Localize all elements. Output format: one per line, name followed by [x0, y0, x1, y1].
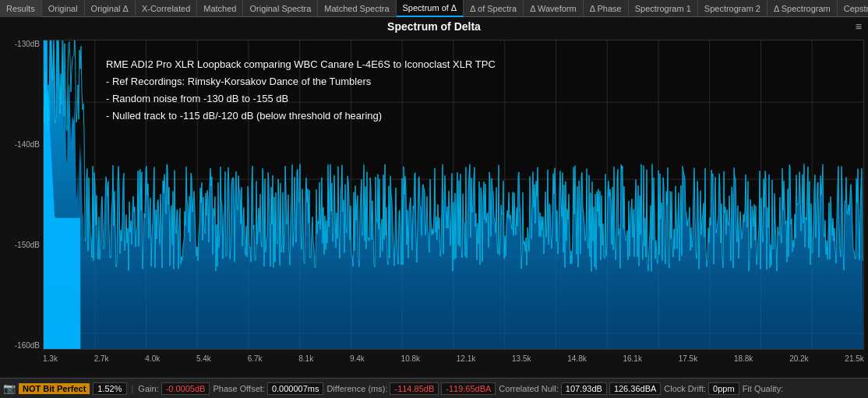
- percent-item: 1.52%: [93, 382, 126, 395]
- tab-delta-waveform[interactable]: Δ Waveform: [524, 0, 584, 17]
- clock-drift-value: 0ppm: [708, 382, 739, 395]
- status-camera-icon[interactable]: 📷: [3, 382, 16, 394]
- y-axis-label: -160dB: [15, 341, 40, 350]
- tab-bar: ResultsOriginalOriginal ΔX-CorrelatedMat…: [0, 0, 868, 17]
- difference-ms-value: -114.85dB: [390, 382, 439, 395]
- x-axis-label: 10.8k: [401, 354, 420, 363]
- x-axis-label: 21.5k: [845, 354, 863, 363]
- y-axis: -130dB-140dB-150dB-160dB: [0, 40, 43, 350]
- gain-label: Gain:: [138, 384, 158, 393]
- tab-x-correlated[interactable]: X-Correlated: [136, 0, 197, 17]
- x-axis-label: 17.5k: [679, 354, 697, 363]
- y-axis-label: -140dB: [15, 140, 40, 149]
- x-axis-label: 13.5k: [512, 354, 531, 363]
- x-axis-label: 6.7k: [248, 354, 263, 363]
- chart-canvas: RME ADI2 Pro XLR Loopback comparing WBC …: [43, 40, 864, 350]
- annotation-line3: - Random noise from -130 dB to -155 dB: [106, 90, 496, 107]
- tab-original[interactable]: Original: [42, 0, 85, 17]
- tab-matched-spectra[interactable]: Matched Spectra: [318, 0, 396, 17]
- main-content: Spectrum of Delta ≡ -130dB-140dB-150dB-1…: [0, 17, 868, 378]
- x-axis-label: 2.7k: [94, 354, 109, 363]
- settings-icon[interactable]: ≡: [856, 20, 862, 33]
- x-axis: 1.3k2.7k4.0k5.4k6.7k8.1k9.4k10.8k12.1k13…: [43, 351, 864, 373]
- x-axis-label: 5.4k: [196, 354, 211, 363]
- tab-matched[interactable]: Matched: [197, 0, 243, 17]
- clock-drift-item: Clock Drift: 0ppm: [664, 382, 739, 395]
- phase-offset-label: Phase Offset:: [213, 384, 264, 393]
- fit-quality-label: Fit Quality:: [743, 384, 784, 393]
- correlated-null-value: 107.93dB: [561, 382, 607, 395]
- x-axis-label: 8.1k: [298, 354, 313, 363]
- x-axis-label: 1.3k: [43, 354, 58, 363]
- x-axis-label: 16.1k: [623, 354, 641, 363]
- y-axis-label: -150dB: [15, 241, 40, 249]
- tab-delta-of-spectra[interactable]: Δ of Spectra: [464, 0, 524, 17]
- percent-value: 1.52%: [93, 382, 126, 395]
- difference-ms-item: Difference (ms): -114.85dB -119.65dBA: [326, 382, 496, 395]
- status-bar: 📷 NOT Bit Perfect 1.52% | Gain: -0.0005d…: [0, 378, 868, 398]
- chart-area: -130dB-140dB-150dB-160dB: [0, 36, 868, 373]
- x-axis-label: 14.8k: [567, 354, 586, 363]
- tab-spectrum-of-delta[interactable]: Spectrum of Δ: [397, 0, 464, 17]
- difference-ms-label: Difference (ms):: [326, 384, 387, 393]
- not-bit-perfect-label: NOT Bit Perfect: [19, 383, 90, 394]
- chart-annotation: RME ADI2 Pro XLR Loopback comparing WBC …: [106, 56, 496, 125]
- x-axis-label: 12.1k: [457, 354, 475, 363]
- x-axis-label: 20.2k: [789, 354, 808, 363]
- x-axis-label: 18.8k: [734, 354, 753, 363]
- chart-title: Spectrum of Delta: [387, 20, 481, 33]
- not-bit-perfect-badge: NOT Bit Perfect: [19, 383, 90, 394]
- correlated-null-label: Correlated Null:: [499, 384, 558, 393]
- phase-offset-item: Phase Offset: 0.000007ms: [213, 382, 323, 395]
- tab-delta-phase[interactable]: Δ Phase: [584, 0, 629, 17]
- correlated-null-item: Correlated Null: 107.93dB 126.36dBA: [499, 382, 661, 395]
- annotation-line2: - Ref Recordings: Rimsky-Korsakov Dance …: [106, 73, 496, 90]
- correlated-null-value2: 126.36dBA: [609, 382, 661, 395]
- gain-value: -0.0005dB: [161, 382, 210, 395]
- x-axis-label: 4.0k: [145, 354, 160, 363]
- tab-cepstrum[interactable]: Cepstrum: [838, 0, 868, 17]
- clock-drift-label: Clock Drift:: [664, 384, 706, 393]
- fit-quality-item: Fit Quality:: [743, 384, 784, 393]
- tab-results[interactable]: Results: [0, 0, 42, 17]
- annotation-line1: RME ADI2 Pro XLR Loopback comparing WBC …: [106, 56, 496, 73]
- annotation-line4: - Nulled track to -115 dB/-120 dB (below…: [106, 107, 496, 125]
- tab-delta-spectrogram[interactable]: Δ Spectrogram: [767, 0, 838, 17]
- chart-title-bar: Spectrum of Delta ≡: [0, 17, 868, 36]
- tab-spectrogram-2[interactable]: Spectrogram 2: [698, 0, 767, 17]
- gain-item: Gain: -0.0005dB: [138, 382, 210, 395]
- phase-offset-value: 0.000007ms: [267, 382, 324, 395]
- tab-original-delta[interactable]: Original Δ: [85, 0, 136, 17]
- tab-spectrogram-1[interactable]: Spectrogram 1: [629, 0, 698, 17]
- y-axis-label: -130dB: [15, 40, 40, 48]
- difference-dba-value: -119.65dBA: [441, 382, 496, 395]
- tab-original-spectra[interactable]: Original Spectra: [243, 0, 318, 17]
- x-axis-label: 9.4k: [350, 354, 365, 363]
